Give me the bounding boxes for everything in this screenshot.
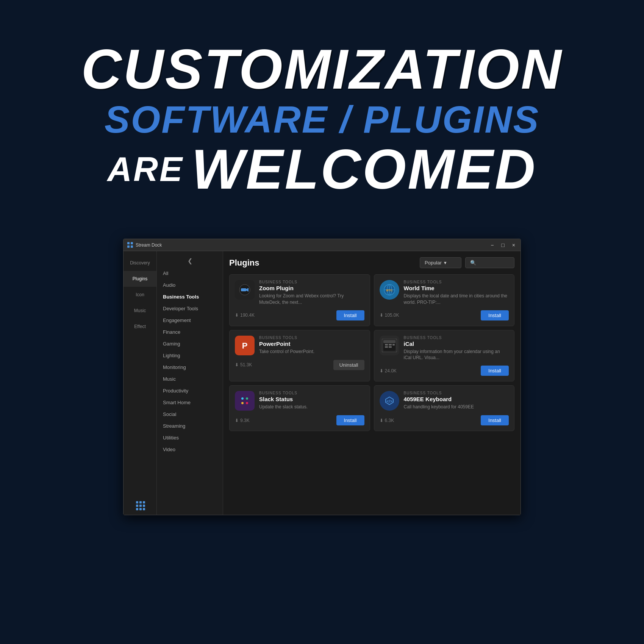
install-button-ical[interactable]: Install [481, 366, 509, 376]
svg-text:P: P [242, 341, 248, 350]
plugin-icon-slack [235, 391, 255, 411]
plugin-card-4059ee: </> BUSINESS TOOLS 4059EE Keyboard Call … [374, 385, 515, 431]
plugin-downloads-zoom: ⬇ 190.4K [235, 313, 255, 318]
sidebar-item-discovery[interactable]: Discovery [123, 255, 156, 271]
plugin-name-4059ee: 4059EE Keyboard [404, 396, 509, 402]
plugin-name-powerpoint: PowerPoint [259, 341, 364, 347]
sidebar-item-effect[interactable]: Effect [123, 319, 156, 335]
banner-line2: SOFTWARE / PLUGINS [105, 100, 539, 138]
minimize-button[interactable]: − [489, 242, 495, 248]
category-utilities[interactable]: Utilities [157, 432, 223, 444]
plugin-header: BUSINESS TOOLS iCal Display information … [380, 336, 509, 361]
plugin-category-world-time: BUSINESS TOOLS [404, 280, 509, 284]
banner-line3: are WELCOMED [107, 141, 537, 197]
title-bar: Stream Dock − □ × [123, 239, 521, 251]
window-controls: − □ × [489, 242, 517, 248]
banner-are-text: are [107, 152, 184, 186]
sidebar-nav: Discovery Plugins Icon Music Effect [123, 251, 157, 515]
plugin-card-slack: BUSINESS TOOLS Slack Status Update the s… [229, 385, 370, 431]
plugin-footer-4059ee: ⬇ 6.3K Install [380, 415, 509, 425]
install-button-world-time[interactable]: Install [481, 310, 509, 320]
plugin-icon-world-time: BTC [380, 280, 399, 300]
plugin-header: </> BUSINESS TOOLS 4059EE Keyboard Call … [380, 391, 509, 411]
plugin-downloads-world-time: ⬇ 105.0K [380, 313, 399, 318]
svg-rect-17 [389, 346, 392, 348]
plugin-icon-4059ee: </> [380, 391, 399, 411]
plugin-header: BUSINESS TOOLS Zoom Plugin Looking for Z… [235, 280, 364, 306]
plugin-info-slack: BUSINESS TOOLS Slack Status Update the s… [259, 391, 364, 410]
sidebar-item-plugins[interactable]: Plugins [123, 271, 156, 287]
search-box[interactable]: 🔍 [465, 257, 514, 268]
banner: CUSTOMIZATION SOFTWARE / PLUGINS are WEL… [0, 0, 644, 239]
svg-rect-13 [385, 344, 388, 345]
grid-icon-button[interactable] [134, 496, 147, 515]
plugin-footer-slack: ⬇ 9.3K Install [235, 415, 364, 425]
category-all[interactable]: All [157, 267, 223, 279]
download-icon: ⬇ [380, 368, 383, 374]
search-icon: 🔍 [470, 260, 476, 266]
plugin-icon-zoom [235, 280, 255, 300]
page-title: Plugins [229, 258, 259, 268]
category-monitoring[interactable]: Monitoring [157, 361, 223, 373]
plugin-footer-zoom: ⬇ 190.4K Install [235, 310, 364, 320]
category-engagement[interactable]: Engagement [157, 314, 223, 326]
category-business-tools[interactable]: Business Tools [157, 291, 223, 303]
install-button-slack[interactable]: Install [336, 415, 364, 425]
category-gaming[interactable]: Gaming [157, 338, 223, 350]
plugin-info-ical: BUSINESS TOOLS iCal Display information … [404, 336, 509, 361]
plugin-name-zoom: Zoom Plugin [259, 285, 364, 291]
category-streaming[interactable]: Streaming [157, 420, 223, 432]
category-productivity[interactable]: Productivity [157, 385, 223, 397]
category-smart-home[interactable]: Smart Home [157, 397, 223, 408]
plugin-category-zoom: BUSINESS TOOLS [259, 280, 364, 284]
plugin-header: P BUSINESS TOOLS PowerPoint Take control… [235, 336, 364, 355]
sort-dropdown[interactable]: Popular ▾ [420, 257, 461, 268]
plugin-category-slack: BUSINESS TOOLS [259, 391, 364, 395]
main-content: Plugins Popular ▾ 🔍 [223, 251, 521, 515]
plugin-category-powerpoint: BUSINESS TOOLS [259, 336, 364, 340]
sort-chevron-icon: ▾ [444, 260, 447, 266]
sidebar-item-icon[interactable]: Icon [123, 287, 156, 303]
app-window: Stream Dock − □ × Discovery Plugins Icon… [123, 239, 521, 515]
plugin-footer-powerpoint: ⬇ 51.3K Uninstall [235, 360, 364, 370]
plugin-info-world-time: BUSINESS TOOLS World Time Displays the l… [404, 280, 509, 306]
content-header: Plugins Popular ▾ 🔍 [229, 257, 514, 268]
category-music[interactable]: Music [157, 373, 223, 385]
category-developer-tools[interactable]: Developer Tools [157, 303, 223, 314]
category-social[interactable]: Social [157, 408, 223, 420]
download-icon: ⬇ [235, 362, 239, 367]
close-button[interactable]: × [511, 242, 517, 248]
plugin-name-slack: Slack Status [259, 396, 364, 402]
plugin-icon-ical [380, 336, 399, 355]
svg-rect-12 [383, 340, 395, 343]
category-lighting[interactable]: Lighting [157, 350, 223, 361]
plugin-card-powerpoint: P BUSINESS TOOLS PowerPoint Take control… [229, 330, 370, 382]
download-icon: ⬇ [235, 418, 239, 423]
plugin-desc-4059ee: Call handling keyboard for 4059EE [404, 404, 509, 410]
plugin-desc-powerpoint: Take control of PowerPoint. [259, 349, 364, 355]
sidebar-collapse-button[interactable]: ❮ [157, 254, 223, 267]
plugin-header: BUSINESS TOOLS Slack Status Update the s… [235, 391, 364, 411]
maximize-button[interactable]: □ [500, 242, 506, 248]
svg-rect-15 [392, 344, 395, 345]
plugin-desc-slack: Update the slack status. [259, 404, 364, 410]
plugin-category-ical: BUSINESS TOOLS [404, 336, 509, 340]
sidebar-item-music[interactable]: Music [123, 303, 156, 319]
svg-point-22 [246, 402, 248, 404]
download-icon: ⬇ [380, 418, 383, 423]
uninstall-button-powerpoint[interactable]: Uninstall [333, 360, 364, 370]
category-video[interactable]: Video [157, 444, 223, 455]
plugin-info-powerpoint: BUSINESS TOOLS PowerPoint Take control o… [259, 336, 364, 355]
plugin-downloads-slack: ⬇ 9.3K [235, 418, 250, 423]
category-audio[interactable]: Audio [157, 279, 223, 291]
plugin-footer-world-time: ⬇ 105.0K Install [380, 310, 509, 320]
category-finance[interactable]: Finance [157, 326, 223, 338]
plugin-desc-zoom: Looking for Zoom and Webex control? Try … [259, 293, 364, 306]
plugin-name-ical: iCal [404, 341, 509, 347]
app-icon [127, 242, 133, 248]
plugin-desc-world-time: Displays the local date and time in citi… [404, 293, 509, 306]
install-button-zoom[interactable]: Install [336, 310, 364, 320]
install-button-4059ee[interactable]: Install [481, 415, 509, 425]
download-icon: ⬇ [235, 313, 239, 318]
svg-point-19 [241, 397, 244, 400]
